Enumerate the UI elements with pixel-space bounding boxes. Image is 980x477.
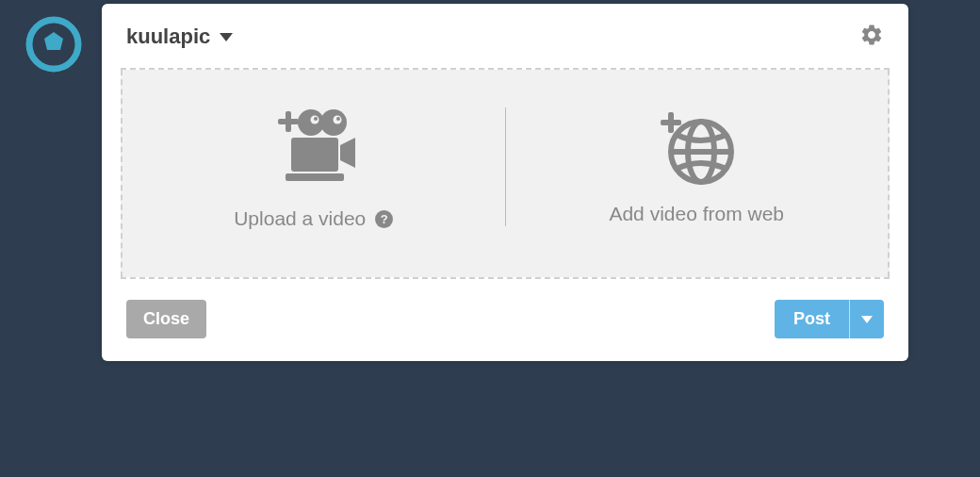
upload-video-label-row: Upload a video ? — [234, 207, 393, 230]
upload-video-option[interactable]: Upload a video ? — [122, 104, 505, 230]
gear-icon — [859, 23, 884, 47]
chevron-down-icon — [861, 316, 873, 323]
account-selector[interactable]: kuulapic — [126, 25, 233, 49]
post-button-group: Post — [775, 300, 884, 338]
globe-icon — [654, 108, 739, 189]
close-button[interactable]: Close — [126, 300, 206, 338]
svg-point-8 — [314, 117, 318, 121]
add-from-web-label-row: Add video from web — [609, 203, 784, 225]
upload-area: Upload a video ? Add video — [121, 70, 890, 277]
brand-logo[interactable] — [24, 15, 83, 77]
svg-rect-11 — [286, 173, 344, 181]
svg-rect-16 — [661, 120, 681, 125]
svg-point-5 — [320, 109, 347, 136]
svg-point-9 — [336, 117, 340, 121]
camcorder-icon — [263, 104, 365, 194]
video-upload-modal: kuulapic — [102, 4, 908, 361]
modal-header: kuulapic — [102, 4, 908, 68]
upload-video-label: Upload a video — [234, 207, 366, 230]
add-from-web-label: Add video from web — [609, 203, 784, 225]
post-options-button[interactable] — [849, 300, 884, 338]
svg-rect-10 — [291, 138, 338, 172]
chevron-down-icon — [220, 33, 233, 41]
settings-button[interactable] — [859, 23, 884, 51]
svg-marker-1 — [44, 32, 63, 50]
modal-footer: Close Post — [102, 279, 908, 361]
post-button[interactable]: Post — [775, 300, 849, 338]
add-from-web-option[interactable]: Add video from web — [506, 104, 889, 230]
account-name: kuulapic — [126, 25, 210, 49]
help-icon[interactable]: ? — [375, 210, 393, 228]
svg-point-4 — [298, 109, 324, 136]
svg-rect-3 — [278, 119, 299, 124]
